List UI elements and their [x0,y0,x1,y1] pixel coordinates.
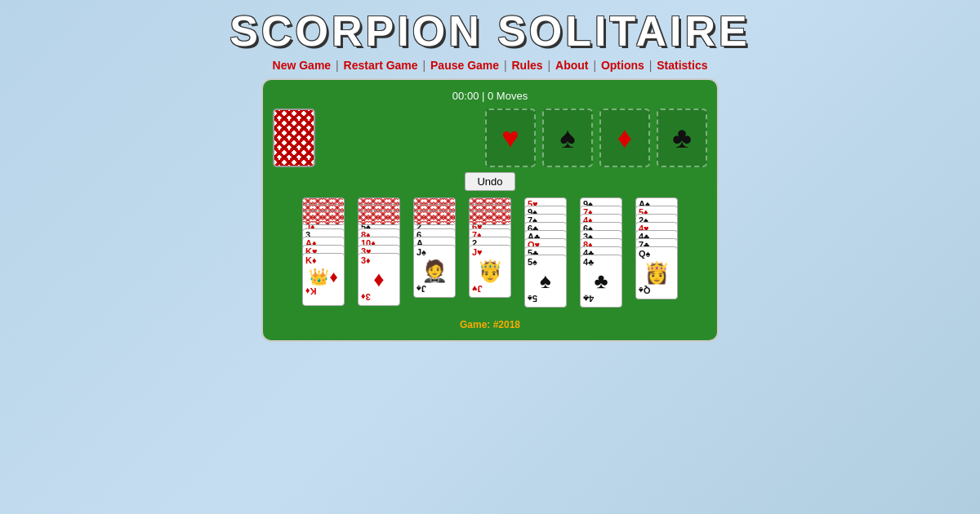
top-section: ♥ ♠ ♦ ♣ [273,109,707,167]
column-6: 9♠7♦4♦6♠3♠8♦4♣4♣♣4♣ [576,197,626,308]
deck-area [273,109,315,167]
card-face-down [358,210,400,225]
game-label: Game: [460,319,490,330]
foundation-hearts[interactable]: ♥ [485,109,536,167]
moves-counter: 0 Moves [488,90,528,102]
column-1: J♦3A♦K♥K♦👑♦K♦ [298,197,349,308]
foundation-spades[interactable]: ♠ [542,109,593,167]
undo-row: Undo [465,172,514,191]
nav-restart-game[interactable]: Restart Game [344,59,418,72]
foundation-area: ♥ ♠ ♦ ♣ [485,109,707,167]
foundation-clubs[interactable]: ♣ [657,109,707,167]
column-5: 5♥9♠7♠6♣A♣Q♥5♣5♠♠5♠ [520,197,571,308]
card-face-down [469,210,511,225]
card-face-down [413,210,456,225]
diamonds-icon: ♦ [617,121,632,155]
card-face-down [302,210,345,225]
nav-statistics[interactable]: Statistics [657,59,707,72]
nav-pause-game[interactable]: Pause Game [430,59,499,72]
column-7: A♠5♦2♠4♥4♣7♣Q♠👸Q♠ [631,197,682,308]
column-4: 6♥7♦2J♥🤴J♥ [465,197,515,308]
foundation-diamonds[interactable]: ♦ [599,109,650,167]
timer-moves: 00:00 | 0 Moves [452,90,528,102]
card-face-up[interactable]: J♥🤴J♥ [469,245,511,298]
columns-area: J♦3A♦K♥K♦👑♦K♦ 5♠8♦10♦3♥3♦♦3♦ 26AJ♠🤵J♠ 6♥… [273,197,707,308]
hearts-icon: ♥ [501,121,519,155]
column-2: 5♠8♦10♦3♥3♦♦3♦ [354,197,404,308]
nav-rules[interactable]: Rules [512,59,543,72]
card-face-up[interactable]: 4♣♣4♣ [580,255,622,308]
nav-options[interactable]: Options [601,59,644,72]
card-face-up[interactable]: K♦👑♦K♦ [302,253,345,306]
spades-icon: ♠ [559,121,575,155]
nav-bar: New Game | Restart Game | Pause Game | R… [273,59,708,72]
nav-new-game[interactable]: New Game [273,59,332,72]
card-face-up[interactable]: Q♠👸Q♠ [635,246,678,299]
nav-about[interactable]: About [555,59,588,72]
card-face-up[interactable]: J♠🤵J♠ [413,245,456,298]
game-footer: Game: #2018 [460,319,520,330]
column-3: 26AJ♠🤵J♠ [409,197,460,308]
card-face-up[interactable]: 5♠♠5♠ [524,255,567,308]
undo-button[interactable]: Undo [465,172,514,191]
card-face-up[interactable]: 3♦♦3♦ [358,253,400,306]
game-number: #2018 [493,319,520,330]
deck-card[interactable] [273,109,315,167]
clubs-icon: ♣ [672,121,692,155]
page-title: SCORPION SOLITAIRE [229,7,750,55]
timer: 00:00 [452,90,479,102]
game-area: 00:00 | 0 Moves ♥ ♠ ♦ ♣ Undo [261,78,719,342]
